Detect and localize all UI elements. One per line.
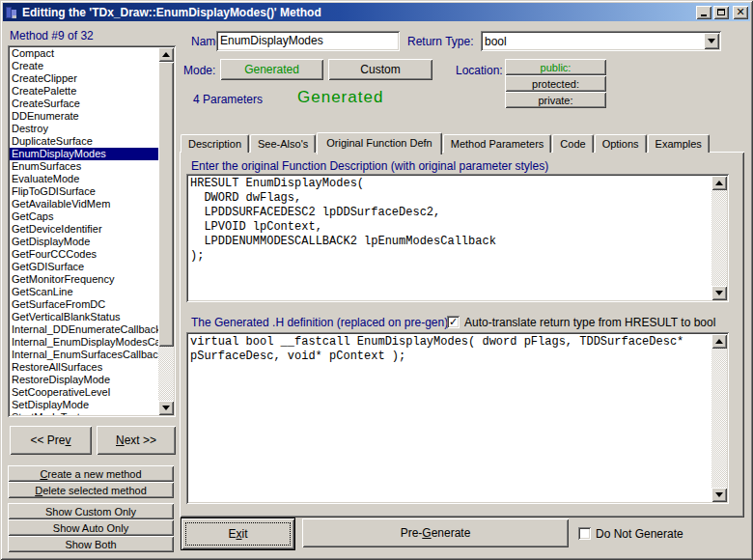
create-method-button[interactable]: Create a new method (8, 465, 174, 482)
arrow-down-icon (162, 406, 170, 410)
generated-status: Generated (297, 88, 383, 107)
scroll-track[interactable] (711, 190, 727, 286)
location-private-button[interactable]: private: (505, 92, 606, 108)
method-list-item[interactable]: GetSurfaceFromDC (10, 298, 158, 311)
tab-examples[interactable]: Examples (648, 134, 710, 153)
name-input[interactable]: EnumDisplayModes (216, 31, 400, 51)
method-list-item[interactable]: Internal_EnumSurfacesCallback (10, 349, 158, 361)
return-type-combobox[interactable]: bool (481, 31, 721, 51)
method-list-item[interactable]: Create (10, 60, 158, 72)
do-not-generate-checkbox[interactable] (578, 527, 591, 540)
method-list-item[interactable]: GetMonitorFrequency (10, 273, 158, 286)
method-list-item[interactable]: DuplicateSurface (10, 135, 158, 148)
pre-generate-button[interactable]: Pre-Generate (302, 518, 569, 547)
scroll-down-button[interactable] (158, 401, 174, 415)
return-type-label: Return Type: (407, 35, 473, 48)
location-public-button[interactable]: public: (505, 59, 606, 75)
tab-description[interactable]: Description (181, 134, 249, 153)
mode-label: Mode: (183, 64, 215, 77)
tab-bar: DescriptionSee-Also'sOriginal Function D… (181, 131, 711, 153)
method-list-item[interactable]: Internal_DDEnumerateCallback (10, 323, 158, 336)
method-list-item[interactable]: RestoreDisplayMode (10, 374, 158, 386)
scroll-track[interactable] (158, 62, 174, 401)
method-list-rows: CompactCreateCreateClipperCreatePaletteC… (10, 47, 158, 415)
tab-code[interactable]: Code (552, 134, 593, 153)
minimize-icon (701, 14, 707, 16)
check-icon: ✓ (449, 317, 458, 327)
scroll-down-button[interactable] (711, 286, 727, 300)
show-both-button[interactable]: Show Both (8, 536, 174, 552)
tab-see-also-s[interactable]: See-Also's (250, 134, 316, 153)
location-protected-button[interactable]: protected: (505, 75, 606, 92)
scroll-thumb[interactable] (158, 62, 174, 347)
return-type-dropdown-button[interactable] (704, 33, 719, 49)
minimize-button[interactable] (696, 6, 711, 19)
next-method-button[interactable]: Next >> (97, 426, 176, 455)
arrow-up-icon (715, 181, 723, 185)
method-list-item[interactable]: SetDisplayMode (10, 399, 158, 411)
delete-method-button[interactable]: Delete selected method (8, 482, 174, 498)
method-list-item[interactable]: Compact (10, 47, 158, 60)
method-list-item[interactable]: GetCaps (10, 210, 158, 223)
exit-button[interactable]: Exit (181, 518, 294, 549)
method-list-item[interactable]: GetDisplayMode (10, 236, 158, 248)
close-button[interactable]: ✕ (733, 6, 748, 19)
original-function-textarea[interactable]: HRESULT EnumDisplayModes( DWORD dwFlags,… (186, 174, 729, 302)
scroll-up-button[interactable] (158, 47, 174, 62)
method-list-item[interactable]: GetVerticalBlankStatus (10, 311, 158, 323)
auto-translate-checkbox[interactable]: ✓ (447, 316, 460, 328)
method-list-item[interactable]: StartModeTest (10, 411, 158, 415)
window-icon (5, 6, 18, 19)
auto-translate-label: Auto-translate return type from HRESULT … (464, 316, 715, 329)
scroll-up-button[interactable] (711, 176, 727, 190)
show-auto-only-button[interactable]: Show Auto Only (8, 519, 174, 536)
method-list-item[interactable]: GetAvailableVidMem (10, 198, 158, 210)
method-list-item[interactable]: GetGDISurface (10, 261, 158, 273)
method-list[interactable]: CompactCreateCreateClipperCreatePaletteC… (8, 45, 176, 417)
method-list-item[interactable]: Destroy (10, 123, 158, 135)
tab-original-function-defn[interactable]: Original Function Defn (317, 132, 441, 154)
generated-textarea-scrollbar[interactable] (711, 334, 727, 502)
method-editor-window: Editting the 'TDx_Draw::EnumDisplayModes… (0, 0, 753, 560)
tab-page: Enter the original Function Description … (180, 152, 744, 518)
scroll-up-button[interactable] (711, 334, 727, 349)
method-list-item[interactable]: GetDeviceIdentifier (10, 223, 158, 236)
maximize-button[interactable] (713, 6, 729, 19)
titlebar[interactable]: Editting the 'TDx_Draw::EnumDisplayModes… (3, 3, 750, 21)
prev-method-button[interactable]: << Prev (10, 426, 92, 455)
generated-definition-label: The Generated .H definition (replaced on… (191, 316, 448, 329)
method-list-item[interactable]: EnumDisplayModes (10, 148, 158, 160)
do-not-generate-label: Do Not Generate (596, 527, 683, 541)
method-list-item[interactable]: GetFourCCCodes (10, 248, 158, 261)
show-custom-only-button[interactable]: Show Custom Only (8, 503, 174, 519)
arrow-up-icon (162, 52, 170, 57)
mode-generated-button[interactable]: Generated (220, 59, 323, 80)
tab-method-parameters[interactable]: Method Parameters (443, 134, 552, 153)
maximize-icon (717, 9, 725, 15)
scroll-down-button[interactable] (711, 488, 727, 502)
generated-definition-textarea[interactable]: virtual bool __fastcall EnumDisplayModes… (186, 332, 729, 504)
method-list-item[interactable]: FlipToGDISurface (10, 185, 158, 198)
original-function-code: HRESULT EnumDisplayModes( DWORD dwFlags,… (190, 177, 710, 299)
location-label: Location: (456, 64, 503, 77)
parameter-count: 4 Parameters (193, 93, 263, 106)
method-list-item[interactable]: GetScanLine (10, 286, 158, 298)
tab-options[interactable]: Options (595, 134, 647, 153)
original-function-label: Enter the original Function Description … (191, 159, 548, 173)
method-list-item[interactable]: CreatePalette (10, 85, 158, 98)
method-list-item[interactable]: EnumSurfaces (10, 160, 158, 173)
method-counter: Method #9 of 32 (10, 29, 94, 42)
method-list-item[interactable]: Internal_EnumDisplayModesCallback (10, 336, 158, 349)
scroll-track[interactable] (711, 349, 727, 488)
method-list-item[interactable]: DDEnumerate (10, 110, 158, 123)
chevron-down-icon (708, 39, 715, 43)
original-textarea-scrollbar[interactable] (711, 176, 727, 300)
method-list-item[interactable]: SetCooperativeLevel (10, 386, 158, 399)
method-list-item[interactable]: RestoreAllSurfaces (10, 361, 158, 374)
method-list-item[interactable]: CreateClipper (10, 72, 158, 85)
method-list-item[interactable]: CreateSurface (10, 98, 158, 110)
arrow-down-icon (715, 291, 723, 295)
mode-custom-button[interactable]: Custom (328, 59, 432, 80)
method-list-item[interactable]: EvaluateMode (10, 173, 158, 185)
method-list-scrollbar[interactable] (158, 47, 174, 415)
